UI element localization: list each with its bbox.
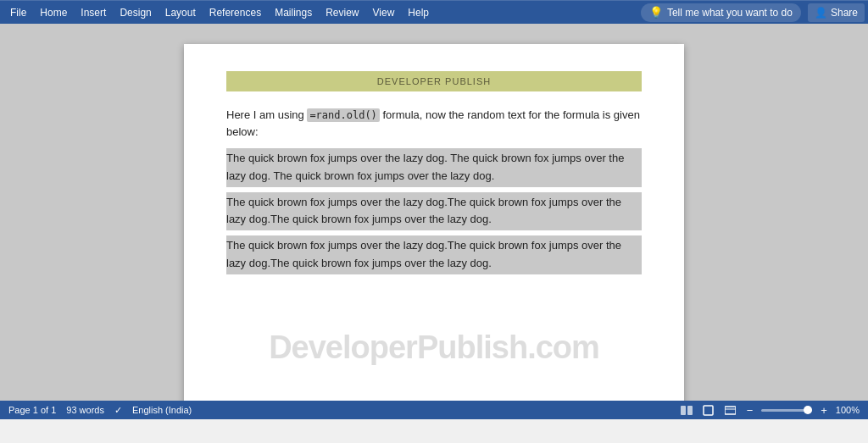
- ribbon: File Home Insert Design Layout Reference…: [0, 0, 868, 24]
- intro-before: Here I am using: [226, 108, 307, 121]
- menu-home[interactable]: Home: [33, 3, 74, 23]
- svg-rect-2: [704, 406, 713, 415]
- menu-view[interactable]: View: [366, 3, 402, 23]
- menu-bar: File Home Insert Design Layout Reference…: [0, 0, 868, 24]
- document-area: DEVELOPER PUBLISH Here I am using =rand.…: [0, 24, 868, 401]
- watermark: DeveloperPublish.com: [184, 329, 684, 366]
- paragraph-1: The quick brown fox jumps over the lazy …: [226, 148, 642, 187]
- document-page: DEVELOPER PUBLISH Here I am using =rand.…: [184, 44, 684, 401]
- menu-help[interactable]: Help: [401, 3, 436, 23]
- tell-me-text: Tell me what you want to do: [667, 7, 793, 19]
- formula-text: =rand.old(): [307, 108, 379, 122]
- print-layout-icon[interactable]: [701, 404, 716, 416]
- paragraph-3: The quick brown fox jumps over the lazy …: [226, 235, 642, 274]
- person-icon: 👤: [815, 7, 827, 19]
- tell-me-bar[interactable]: 💡 Tell me what you want to do: [641, 3, 801, 22]
- menu-file[interactable]: File: [3, 3, 33, 23]
- status-bar: Page 1 of 1 93 words ✓ English (India) −…: [0, 401, 868, 419]
- zoom-out-button[interactable]: −: [745, 404, 755, 417]
- menu-design[interactable]: Design: [113, 3, 158, 23]
- svg-rect-1: [687, 406, 693, 415]
- document-banner: DEVELOPER PUBLISH: [226, 71, 642, 91]
- web-layout-icon[interactable]: [723, 404, 738, 416]
- menu-insert[interactable]: Insert: [74, 3, 113, 23]
- status-bar-right: − + 100%: [679, 404, 860, 417]
- word-count: 93 words: [66, 405, 104, 415]
- menu-references[interactable]: References: [203, 3, 268, 23]
- svg-rect-0: [681, 406, 686, 415]
- read-mode-icon[interactable]: [679, 404, 694, 416]
- spell-check-icon[interactable]: ✓: [114, 405, 122, 416]
- document-intro: Here I am using =rand.old() formula, now…: [226, 107, 642, 140]
- menu-mailings[interactable]: Mailings: [268, 3, 319, 23]
- language-info[interactable]: English (India): [132, 405, 192, 415]
- menu-review[interactable]: Review: [319, 3, 365, 23]
- zoom-slider-thumb: [804, 406, 812, 414]
- zoom-level: 100%: [836, 405, 860, 415]
- menu-layout[interactable]: Layout: [159, 3, 203, 23]
- zoom-slider[interactable]: [761, 409, 812, 412]
- zoom-in-button[interactable]: +: [819, 404, 829, 417]
- page-info: Page 1 of 1: [8, 405, 56, 415]
- paragraph-2: The quick brown fox jumps over the lazy …: [226, 192, 642, 231]
- lightbulb-icon: 💡: [649, 6, 663, 19]
- svg-rect-3: [725, 407, 736, 414]
- share-button[interactable]: 👤 Share: [808, 3, 865, 22]
- share-label: Share: [831, 7, 858, 19]
